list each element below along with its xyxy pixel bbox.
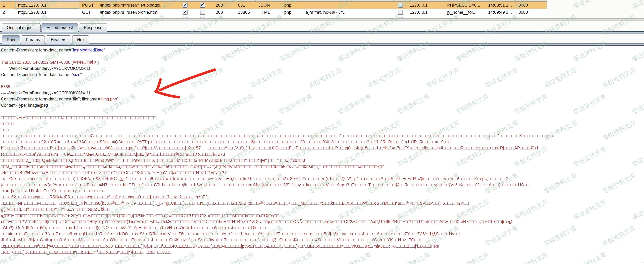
cell-num: 2 [0, 9, 15, 16]
column-header-status[interactable] [213, 0, 235, 2]
request-header-line [1, 78, 553, 84]
binary-body-line: □M□?)□G□³□6b*□□□6□s□-□□□□I!□□u□K| □□□□□□… [1, 225, 553, 231]
cell-host: http://127.0.0.1 [15, 2, 79, 9]
request-header-line: ------WebKitFormBoundaryyxA9CERVOKCMxo1I [1, 66, 553, 72]
column-header-host[interactable] [15, 0, 79, 2]
history-row-2[interactable]: 2http://127.0.0.1GET/index.php?s=/user/p… [0, 9, 547, 16]
cell-num: 3 [0, 16, 15, 18]
subtab-headers[interactable]: Headers [46, 35, 71, 44]
tab-response[interactable]: Response [79, 23, 108, 32]
column-header-mime[interactable] [256, 0, 282, 2]
cell-method: GET [79, 9, 97, 16]
history-row-partial[interactable]: 3http://127.0.0.1GET/index.php?s=/user/p… [0, 16, 547, 18]
cell-ext: php [282, 2, 303, 9]
cell-ip: 127.0.0.1 [407, 2, 444, 9]
cell-cookies: PHPSESSID=0... [444, 2, 485, 9]
row-flag-checkbox[interactable] [398, 10, 403, 15]
request-header-line: Content-Type: image/jpeg [1, 102, 553, 108]
cell-num: 1 [0, 2, 15, 9]
binary-body-line: u□□E□□r□□\V□□R□□共6}□□□[.c□D□□w□□D□r□H□y□… [1, 218, 553, 225]
cell-ext: php [282, 9, 303, 16]
subtab-hex[interactable]: Hex [72, 35, 90, 44]
request-sent-checkbox[interactable] [182, 3, 188, 8]
cell-ip: 127.0.0.1 [407, 9, 444, 16]
watermark-text: 零组资料文库 [601, 13, 637, 37]
cell-port: 8080 [516, 16, 547, 18]
table-header[interactable] [0, 0, 547, 2]
cell-mime: HTML [256, 9, 282, 16]
cell-port: 8080 [516, 9, 547, 16]
binary-body-line: □-□□*\□□□□]G□□!□□□□□_□□w□□□□□□m□□t□□E□#'… [1, 249, 553, 255]
binary-body-line: □□=_|xL□□□x□U!□4□□E□□Y]□□□+□r□>y□□□□□□□□… [1, 188, 553, 194]
request-header-line: Thu Jan 11 2018 14:08:12 GMT+0800 (中国标准时… [1, 59, 553, 66]
binary-body-line: .R□□□□□]S□?H□vZ□□wA[□□□]□□□□□□□t□u□□t□□ô… [1, 170, 553, 176]
cell-ext [282, 16, 303, 18]
request-header-line: Content-Disposition: form-data; name="la… [1, 47, 553, 53]
cell-method: GET [79, 16, 97, 18]
request-modified-checkbox[interactable] [200, 3, 205, 8]
binary-body-line: □□□□□□□□□□□□□□□□□□□□□□□□□□□□□□□□□□□C□□□□… [1, 133, 553, 139]
binary-body-line: Jl□!□□&□M□t□B!$□□G□#□)□□□0□!□□□□□M□□;□□□… [1, 237, 553, 243]
table-horizontal-scrollbar[interactable] [0, 18, 644, 21]
binary-body-line: □□U_□□□$□□R□□□□a□□□□□□□□□$vc□□□□Q□□□□□□□… [1, 163, 553, 170]
column-header-length[interactable] [235, 0, 256, 2]
binary-body-line: @□!□H□□6□□4□□□□F□□'□.□Z□□s□+ 2□y□'o□\V.□… [1, 212, 553, 218]
binary-body-line: □□□□□ [1, 120, 553, 127]
subtab-raw[interactable]: Raw [2, 35, 20, 44]
column-header-ext[interactable] [282, 0, 303, 2]
column-header-port[interactable] [516, 0, 547, 2]
raw-request-text: Content-Disposition: form-data; name="la… [1, 47, 553, 255]
column-header-time[interactable] [485, 0, 516, 2]
column-header-path[interactable] [97, 0, 178, 2]
request-modified-checkbox[interactable] [200, 10, 205, 15]
binary-body-line: □U□Cnx□□□t□□m□□z□□f□□□□□□□□□□(-T□OFN□e&8… [1, 176, 553, 182]
binary-body-line: □q□□Q□n□□□□□□m\□$□]%U□□□□Z7□□□H□□□□□□□"□… [1, 243, 553, 249]
cell-status: 200 [213, 2, 235, 9]
history-row-1[interactable]: 1http://127.0.0.1POST/index.php?s=/user/… [0, 2, 547, 9]
history-row-3[interactable]: 3http://127.0.0.1GET/index.php?s=/user/p… [0, 16, 547, 18]
request-sent-checkbox[interactable] [182, 10, 188, 15]
binary-body-line: □□□□□□JFIF□□□□□□□□□□□□□□C□□□□□□□□□□□□□□□… [1, 114, 553, 120]
binary-body-line: {□□□□□□□I□□□□□□□□□V(/n%□v□□(□□□(□<□eP□n□… [1, 182, 553, 188]
cell-length: 631 [235, 2, 256, 9]
cell-path: /index.php?s=/user/profile.html [97, 16, 178, 18]
cell-title: ä¸ªä°°è®¾ç½® - JY... [303, 9, 394, 16]
column-header-cb3[interactable] [394, 0, 407, 2]
column-header-ip[interactable] [407, 0, 444, 2]
cell-status [213, 16, 235, 18]
column-header-cb1[interactable] [178, 0, 192, 2]
cell-host: http://127.0.0.1 [15, 9, 79, 16]
subtab-params[interactable]: Params [21, 35, 45, 44]
request-header-line [1, 53, 553, 59]
column-header-method[interactable] [79, 0, 97, 2]
binary-body-line: h[□□□□□'□Z'□□□□□□□□□□P□□]□□g□□Z□□Vn□,□w/… [1, 145, 553, 151]
cell-status: 200 [213, 9, 235, 16]
request-header-line: Content-Disposition: form-data; name="fi… [1, 96, 553, 102]
binary-body-line: R□□□□□□x□4□;□e\W□□□1)□m ueŒ□□□□nM&-□GI□E… [1, 151, 553, 157]
binary-body-line: □□□ [1, 127, 553, 133]
row-flag-checkbox[interactable] [398, 3, 403, 8]
request-header-line [1, 108, 553, 114]
column-header-title[interactable] [303, 0, 394, 2]
tab-original-request[interactable]: Original request [2, 23, 40, 32]
binary-body-line: □E□!□□FNF\□□□□□P□□U□□□!.□□Ux□L□_□Th□□"□b… [1, 200, 553, 206]
cell-cookies: jy_home__for... [444, 9, 485, 16]
request-header-line: 5685 [1, 84, 553, 90]
column-header-cookies[interactable] [444, 0, 485, 2]
cell-time: 14:09:49 1... [485, 9, 516, 16]
request-header-line: ------WebKitFormBoundaryyxA9CERVOKCMxo1I [1, 90, 553, 96]
proxy-history-table: 1http://127.0.0.1POST/index.php?s=/user/… [0, 0, 547, 18]
cell-cookies [444, 16, 485, 18]
raw-request-editor[interactable]: Content-Disposition: form-data; name="la… [0, 46, 644, 264]
tab-edited-request[interactable]: Edited request [42, 23, 78, 32]
request-response-tabs: Original requestEdited requestResponse [2, 23, 107, 32]
column-header-cb2[interactable] [192, 0, 213, 2]
cell-port: 8080 [516, 2, 547, 9]
cell-path: /index.php?s=/user/file/uploadpi... [97, 2, 178, 9]
message-view-tabs: RawParamsHeadersHex [2, 35, 90, 44]
table-body: 1http://127.0.0.1POST/index.php?s=/user/… [0, 2, 547, 18]
cell-method: POST [79, 2, 97, 9]
column-header-num[interactable] [0, 0, 15, 2]
cell-title [303, 2, 394, 9]
cell-length: 13865 [235, 9, 256, 16]
